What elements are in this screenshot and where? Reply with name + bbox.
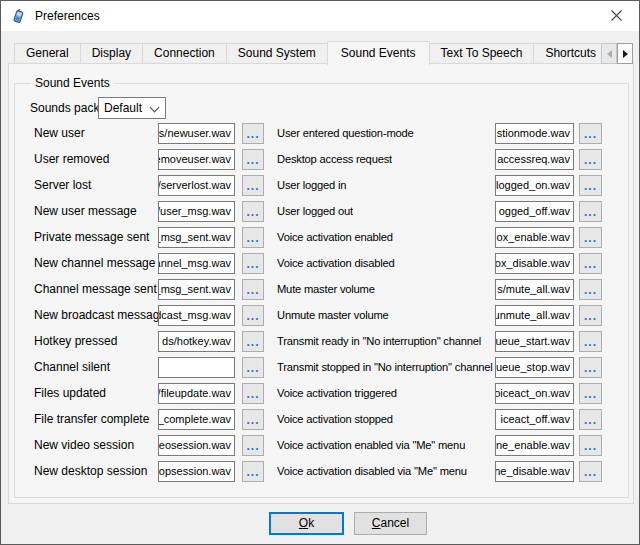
sound-file-input[interactable]: ueue_stop.wav: [495, 357, 574, 378]
event-label: Voice activation triggered: [277, 383, 397, 404]
tab-scroll-right-button[interactable]: [617, 43, 633, 64]
sound-file-input[interactable]: oiceact_on.wav: [495, 383, 574, 404]
sound-file-input[interactable]: s/newuser.wav: [158, 123, 235, 144]
sounds-pack-select[interactable]: Default: [98, 97, 166, 119]
row-user-removed: User removedemoveuser.wav...: [34, 149, 266, 170]
row-voice-activation-disabled: Voice activation disabledox_disable.wav.…: [277, 253, 605, 274]
event-label: Channel silent: [34, 357, 110, 378]
tab-general[interactable]: General: [14, 43, 81, 63]
sound-file-input[interactable]: [158, 357, 235, 378]
browse-button[interactable]: ...: [579, 461, 602, 482]
sound-file-input[interactable]: annel_msg.wav: [158, 253, 235, 274]
row-desktop-access-request: Desktop access requestaccessreq.wav...: [277, 149, 605, 170]
sound-file-input[interactable]: stionmode.wav: [495, 123, 574, 144]
app-icon: [11, 8, 27, 24]
browse-button[interactable]: ...: [242, 149, 264, 170]
row-user-entered-question-mode: User entered question-modestionmode.wav.…: [277, 123, 605, 144]
sound-file-input[interactable]: iceact_off.wav: [495, 409, 574, 430]
browse-button[interactable]: ...: [242, 435, 264, 456]
event-label: Voice activation enabled: [277, 227, 393, 248]
sound-file-input[interactable]: ox_enable.wav: [495, 227, 574, 248]
browse-button[interactable]: ...: [242, 305, 264, 326]
browse-button[interactable]: ...: [242, 175, 264, 196]
sound-file-input[interactable]: unmute_all.wav: [495, 305, 574, 326]
event-label: Desktop access request: [277, 149, 392, 170]
sound-file-input[interactable]: topsession.wav: [158, 461, 235, 482]
cancel-button[interactable]: Cancel: [354, 512, 427, 535]
close-button[interactable]: [594, 1, 639, 30]
browse-button[interactable]: ...: [579, 227, 602, 248]
browse-button[interactable]: ...: [579, 409, 602, 430]
sound-file-input[interactable]: ne_disable.wav: [495, 461, 574, 482]
sound-file-input[interactable]: _complete.wav: [158, 409, 235, 430]
sounds-pack-label: Sounds pack: [30, 97, 99, 119]
sound-file-input[interactable]: logged_on.wav: [495, 175, 574, 196]
sound-file-input[interactable]: dcast_msg.wav: [158, 305, 235, 326]
browse-button[interactable]: ...: [242, 383, 264, 404]
event-label: Private message sent: [34, 227, 149, 248]
browse-button[interactable]: ...: [579, 123, 602, 144]
row-user-logged-in: User logged inlogged_on.wav...: [277, 175, 605, 196]
browse-button[interactable]: ...: [579, 331, 602, 352]
row-channel-message-sent: Channel message sent_msg_sent.wav...: [34, 279, 266, 300]
tab-shortcuts[interactable]: Shortcuts: [533, 43, 608, 63]
browse-button[interactable]: ...: [242, 201, 264, 222]
browse-button[interactable]: ...: [242, 227, 264, 248]
row-user-logged-out: User logged outogged_off.wav...: [277, 201, 605, 222]
browse-button[interactable]: ...: [242, 461, 264, 482]
sound-file-input[interactable]: accessreq.wav: [495, 149, 574, 170]
event-label: New channel message: [34, 253, 155, 274]
row-transmit-stopped-no-interruption: Transmit stopped in "No interruption" ch…: [277, 357, 605, 378]
event-label: User logged out: [277, 201, 353, 222]
browse-button[interactable]: ...: [579, 435, 602, 456]
browse-button[interactable]: ...: [579, 149, 602, 170]
browse-button[interactable]: ...: [242, 279, 264, 300]
tab-scroll-left-button[interactable]: [601, 43, 617, 64]
tab-sound-system[interactable]: Sound System: [226, 43, 328, 63]
row-voice-activation-disabled-me-menu: Voice activation disabled via "Me" menun…: [277, 461, 605, 482]
browse-button[interactable]: ...: [579, 201, 602, 222]
browse-button[interactable]: ...: [242, 331, 264, 352]
tab-sound-events[interactable]: Sound Events: [327, 41, 430, 65]
row-new-user: New users/newuser.wav...: [34, 123, 266, 144]
row-unmute-master-volume: Unmute master volumeunmute_all.wav...: [277, 305, 605, 326]
chevron-right-icon: [623, 50, 628, 58]
browse-button[interactable]: ...: [242, 409, 264, 430]
browse-button[interactable]: ...: [579, 279, 602, 300]
sound-file-input[interactable]: ds/hotkey.wav: [158, 331, 235, 352]
sound-file-input[interactable]: ne_enable.wav: [495, 435, 574, 456]
sound-file-input[interactable]: ueue_start.wav: [495, 331, 574, 352]
browse-button[interactable]: ...: [579, 253, 602, 274]
event-label: New user: [34, 123, 85, 144]
sound-file-input[interactable]: s/mute_all.wav: [495, 279, 574, 300]
sound-file-input[interactable]: emoveuser.wav: [158, 149, 235, 170]
tab-display[interactable]: Display: [80, 43, 143, 63]
row-new-channel-message: New channel messageannel_msg.wav...: [34, 253, 266, 274]
sound-file-input[interactable]: ox_disable.wav: [495, 253, 574, 274]
browse-button[interactable]: ...: [579, 175, 602, 196]
browse-button[interactable]: ...: [579, 357, 602, 378]
event-label: Voice activation stopped: [277, 409, 393, 430]
sound-file-input[interactable]: deosession.wav: [158, 435, 235, 456]
row-voice-activation-enabled-me-menu: Voice activation enabled via "Me" menune…: [277, 435, 605, 456]
sound-file-input[interactable]: /user_msg.wav: [158, 201, 235, 222]
browse-button[interactable]: ...: [579, 383, 602, 404]
close-icon: [611, 10, 622, 21]
tab-connection[interactable]: Connection: [142, 43, 227, 63]
sounds-pack-value: Default: [104, 98, 142, 118]
browse-button[interactable]: ...: [242, 253, 264, 274]
sound-file-input[interactable]: /serverlost.wav: [158, 175, 235, 196]
browse-button[interactable]: ...: [242, 357, 264, 378]
sound-file-input[interactable]: /fileupdate.wav: [158, 383, 235, 404]
tab-text-to-speech[interactable]: Text To Speech: [429, 43, 535, 63]
sound-file-input[interactable]: _msg_sent.wav: [158, 227, 235, 248]
titlebar: Preferences: [1, 1, 639, 31]
sound-file-input[interactable]: _msg_sent.wav: [158, 279, 235, 300]
ok-button[interactable]: Ok: [269, 512, 344, 535]
browse-button[interactable]: ...: [242, 123, 264, 144]
browse-button[interactable]: ...: [579, 305, 602, 326]
event-label: Transmit stopped in "No interruption" ch…: [277, 357, 493, 378]
tab-strip: General Display Connection Sound System …: [14, 41, 633, 65]
event-label: Unmute master volume: [277, 305, 389, 326]
sound-file-input[interactable]: ogged_off.wav: [495, 201, 574, 222]
